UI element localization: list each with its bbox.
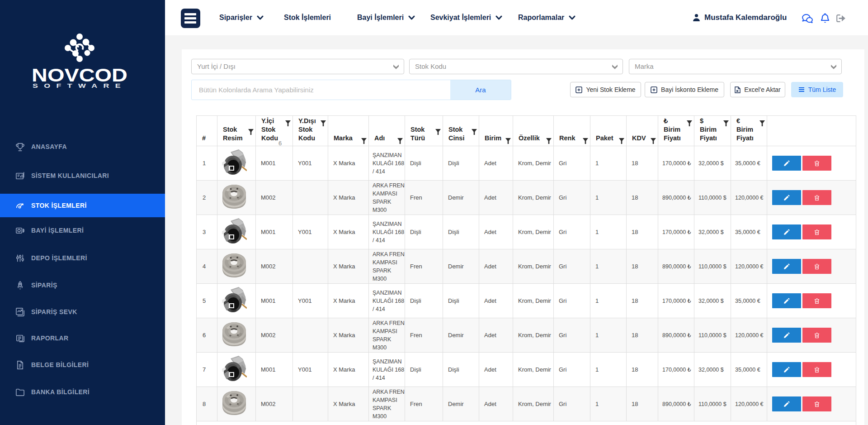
svg-text:SOFTWARE: SOFTWARE (33, 83, 127, 89)
svg-text:NOVCOD: NOVCOD (32, 65, 127, 85)
